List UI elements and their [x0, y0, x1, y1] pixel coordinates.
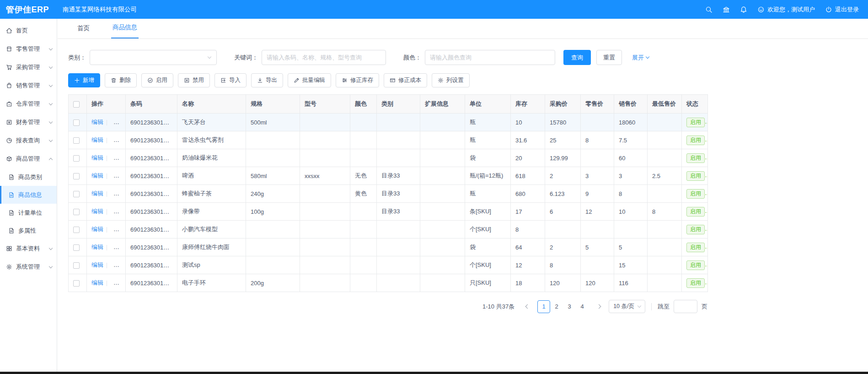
cell-unit: 瓶: [465, 114, 511, 131]
cell-name: 小鹏汽车模型: [177, 221, 246, 238]
doc-icon: [8, 228, 15, 234]
tab-home[interactable]: 首页: [76, 24, 91, 38]
sidebar-item-basic[interactable]: 基本资料: [0, 239, 57, 258]
cell-stock: 18: [511, 274, 545, 292]
edit-link[interactable]: 编辑: [91, 244, 103, 250]
sidebar-item-multi-attr[interactable]: 多属性: [0, 222, 57, 239]
edit-link[interactable]: 编辑: [91, 190, 103, 197]
reset-button[interactable]: 重置: [596, 50, 622, 65]
row-checkbox[interactable]: [73, 191, 80, 197]
page-size-select[interactable]: 10 条/页: [609, 300, 645, 313]
user-menu[interactable]: 欢迎您，测试用户: [757, 5, 815, 14]
edit-link[interactable]: 编辑: [91, 261, 103, 268]
sidebar-item-report[interactable]: 报表查询: [0, 131, 57, 150]
sidebar-item-purchase[interactable]: 采购管理: [0, 58, 57, 76]
chevron-right-icon: [596, 304, 601, 309]
cell-purchase: 2: [545, 167, 581, 185]
column-header: 名称: [177, 95, 246, 114]
expand-link[interactable]: 展开: [632, 54, 649, 62]
add-button[interactable]: 新增: [68, 73, 100, 87]
report-icon: [6, 137, 12, 144]
cell-model: [300, 274, 350, 292]
import-button[interactable]: 导入: [214, 73, 246, 87]
tab-goods-info[interactable]: 商品信息: [111, 23, 139, 38]
row-checkbox[interactable]: [73, 137, 80, 144]
export-button[interactable]: 导出: [251, 73, 283, 87]
sidebar-item-home[interactable]: 首页: [0, 22, 57, 40]
sidebar-item-finance[interactable]: 财务管理: [0, 113, 57, 131]
row-checkbox[interactable]: [73, 209, 80, 215]
column-settings-button[interactable]: 列设置: [432, 73, 470, 87]
cell-stock: 618: [511, 167, 545, 185]
sidebar-item-retail[interactable]: 零售管理: [0, 40, 57, 58]
sidebar-menu: 首页零售管理采购管理销售管理仓库管理财务管理报表查询商品管理商品类别商品信息计量…: [0, 22, 57, 276]
edit-link[interactable]: 编辑: [91, 208, 103, 215]
keyword-input[interactable]: [262, 50, 386, 65]
prev-page-button[interactable]: [521, 300, 533, 313]
cell-unit: 个[SKU]: [465, 256, 511, 274]
chevron-up-icon: [49, 157, 53, 161]
bell-icon[interactable]: [740, 6, 747, 13]
sidebar-item-warehouse[interactable]: 仓库管理: [0, 95, 57, 113]
action-divider: [107, 191, 107, 197]
search-icon[interactable]: [705, 6, 713, 13]
cell-unit: 袋: [465, 149, 511, 167]
column-header: 条码: [126, 95, 177, 114]
sidebar-item-sales[interactable]: 销售管理: [0, 76, 57, 95]
column-header: 销售价: [614, 95, 648, 114]
row-checkbox[interactable]: [73, 173, 80, 179]
disable-button[interactable]: 禁用: [178, 73, 210, 87]
toolbar-button-label: 启用: [156, 76, 167, 84]
fix-cost-button[interactable]: 修正成本: [384, 73, 427, 87]
edit-link[interactable]: 编辑: [91, 119, 103, 125]
fix-stock-icon: [342, 77, 348, 83]
cell-status: 启用: [682, 149, 708, 167]
cell-min: [648, 114, 682, 131]
power-icon: [825, 6, 832, 13]
cell-sale: 60: [614, 149, 648, 167]
cell-model: [300, 203, 350, 221]
row-checkbox[interactable]: [73, 119, 80, 126]
delete-button[interactable]: 删除: [105, 73, 137, 87]
edit-link[interactable]: 编辑: [91, 136, 103, 143]
cell-model: xxsxx: [300, 167, 350, 185]
enable-button[interactable]: 启用: [141, 73, 173, 87]
page-button-1[interactable]: 1: [537, 300, 550, 313]
trash-icon: [111, 77, 117, 83]
sidebar-item-goods-info[interactable]: 商品信息: [0, 186, 57, 204]
color-input[interactable]: [425, 50, 555, 65]
row-checkbox-cell: [69, 185, 87, 203]
edit-link[interactable]: 编辑: [91, 226, 103, 233]
sidebar-item-goods-category[interactable]: 商品类别: [0, 168, 57, 186]
cell-model: [300, 221, 350, 238]
page-button-3[interactable]: 3: [563, 300, 576, 313]
sidebar-item-label: 系统管理: [16, 263, 46, 271]
bank-icon[interactable]: [723, 6, 730, 13]
edit-link[interactable]: 编辑: [91, 279, 103, 286]
fix-stock-button[interactable]: 修正库存: [336, 73, 379, 87]
sidebar-item-goods[interactable]: 商品管理: [0, 150, 57, 168]
page-button-2[interactable]: 2: [550, 300, 563, 313]
edit-link[interactable]: 编辑: [91, 172, 103, 179]
next-page-button[interactable]: [593, 300, 605, 313]
row-checkbox[interactable]: [73, 262, 80, 269]
search-button[interactable]: 查询: [563, 50, 591, 65]
fix-cost-icon: [390, 77, 396, 83]
sidebar-item-measure-unit[interactable]: 计量单位: [0, 204, 57, 222]
row-checkbox[interactable]: [73, 280, 80, 287]
row-checkbox[interactable]: [73, 244, 80, 251]
sidebar-item-system[interactable]: 系统管理: [0, 258, 57, 276]
cell-purchase: 15780: [545, 114, 581, 131]
page-button-4[interactable]: 4: [576, 300, 589, 313]
chevron-down-icon: [49, 119, 53, 123]
row-checkbox[interactable]: [73, 227, 80, 233]
select-all-checkbox[interactable]: [73, 101, 80, 108]
jump-page-input[interactable]: [674, 300, 697, 313]
edit-link[interactable]: 编辑: [91, 154, 103, 161]
row-checkbox[interactable]: [73, 155, 80, 162]
cell-retail: 120: [581, 274, 614, 292]
category-select[interactable]: [90, 50, 217, 65]
batch-edit-button[interactable]: 批量编辑: [288, 73, 331, 87]
toolbar-button-label: 修正库存: [350, 76, 373, 84]
logout-button[interactable]: 退出登录: [825, 5, 859, 14]
